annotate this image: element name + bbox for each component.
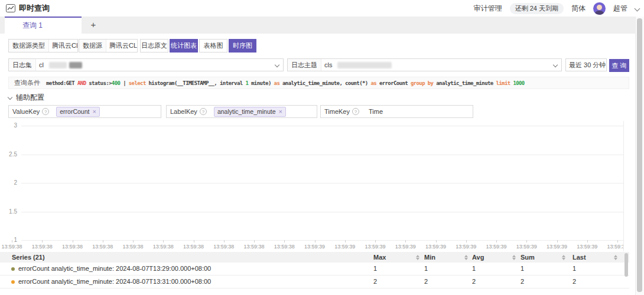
close-icon[interactable]: × [279,109,282,115]
timekey-field[interactable]: TimeKey ? Time [320,105,473,118]
query-token: minute) [248,80,274,86]
log-topic-select[interactable]: 日志主题 cls [287,58,562,71]
aux-config-toggle[interactable]: 辅助配置 [8,93,44,102]
valuekey-field[interactable]: ValueKey ? errorCount × [8,105,161,118]
table-column-header-min[interactable]: Min [424,252,470,263]
timeseries-button[interactable]: 时序图 [229,39,256,53]
x-axis-tick [436,240,437,242]
x-axis-tick [375,240,376,242]
chart-gridline [21,126,624,126]
query-condition-bar: 查询条件 method:GET AND status:>400 | select… [8,77,629,89]
time-range-select[interactable]: 最近 30 分钟 [565,58,607,71]
query-token: AND [77,80,86,86]
aux-config-title: 辅助配置 [16,93,44,103]
trial-expiry-badge: 还剩 24 天到期 [510,3,564,14]
x-axis-tick [224,240,225,242]
sort-asc-caret [416,255,419,257]
table-column-header-avg[interactable]: Avg [472,252,518,263]
table-column-header-max[interactable]: Max [373,252,422,263]
x-axis-tick [587,240,588,242]
chart-right-border [623,121,624,251]
raw-log-button[interactable]: 日志原文 [140,39,168,53]
logset-label: 日志集 [9,59,36,71]
help-icon[interactable]: ? [200,108,207,115]
x-axis-tick [194,240,194,242]
x-axis-tick-label: 13:59:38 [92,244,113,250]
chevron-down-icon[interactable] [635,5,640,11]
datasource-type-select[interactable]: 数据源类型 腾讯云CLS [8,39,78,53]
y-axis-tick-label: 2 [0,179,17,186]
column-label: Sum [521,254,535,261]
cell-value: 1 [573,263,576,275]
table-view-button[interactable]: 表格图 [199,39,227,53]
header-right: 审计管理 还剩 24 天到期 简体 超管 [474,2,639,15]
table-column-header-last[interactable]: Last [573,252,620,263]
table-row[interactable]: errorCount analytic_time_minute: 2024-08… [0,276,629,289]
series-name: errorCount analytic_time_minute: 2024-08… [18,263,211,275]
sort-asc-caret [562,255,565,257]
timeseries-chart[interactable]: 32.521.5113:59:3813:59:3813:59:3813:59:3… [0,121,624,251]
close-icon[interactable]: × [92,109,96,115]
labelkey-label-text: LabelKey [170,108,197,115]
y-axis-tick-label: 1 [0,237,17,243]
sort-asc-caret [614,255,617,257]
x-axis-tick-label: 13:59:38 [183,244,204,250]
page-scrollbar-thumb[interactable] [637,18,642,292]
series-color-dot [11,280,15,284]
x-axis-tick [103,240,103,242]
query-condition-code[interactable]: method:GET AND status:>400 | select hist… [46,80,629,86]
add-tab-button[interactable]: + [84,17,103,34]
query-token: 400 [112,80,120,86]
sort-desc-caret [562,258,565,260]
datasource-type-label: 数据源类型 [9,40,49,52]
labelkey-field[interactable]: LabelKey ? analytic_time_minute × [166,105,317,118]
query-token: errorCount [376,80,411,86]
user-avatar[interactable] [593,2,606,15]
help-icon[interactable]: ? [352,108,359,115]
table-scrollbar-thumb[interactable] [625,253,628,277]
cell-value: 2 [521,276,524,288]
sort-icon[interactable] [562,255,565,260]
sort-icon[interactable] [512,255,516,260]
series-table-header: Series (21) MaxMinAvgSumLast [0,252,629,263]
sort-desc-caret [416,258,419,260]
query-token: select [129,80,146,86]
table-row[interactable]: errorCount analytic_time_minute: 2024-08… [0,263,629,276]
language-switcher[interactable]: 简体 [571,4,586,14]
audit-management-link[interactable]: 审计管理 [474,4,502,14]
series-name: errorCount analytic_time_minute: 2024-08… [18,276,211,288]
sort-icon[interactable] [416,255,419,260]
tab-query-1[interactable]: 查询 1 [5,17,82,34]
query-token: as [370,80,376,86]
x-axis-tick [73,240,73,242]
help-icon[interactable]: ? [42,108,49,115]
sort-icon[interactable] [614,255,617,260]
stat-chart-button[interactable]: 统计图表 [170,39,198,53]
logset-select[interactable]: 日志集 cl [8,58,284,71]
table-column-header-sum[interactable]: Sum [521,252,568,263]
cell-value: 1 [521,263,524,275]
x-axis-tick [12,240,12,242]
x-axis-tick [405,240,406,242]
x-axis-tick-label: 13:59:39 [577,244,597,250]
query-button[interactable]: 查 询 [609,59,629,72]
labelkey-label: LabelKey ? [167,106,210,117]
x-axis-tick-label: 13:59:38 [243,244,264,250]
username[interactable]: 超管 [613,4,627,14]
sort-icon[interactable] [464,255,468,260]
cell-value: 2 [573,276,576,288]
datasource-select[interactable]: 数据源 腾讯云CLS [79,39,138,53]
labelkey-tag-text: analytic_time_minute [217,108,276,115]
x-axis-tick [254,240,255,242]
column-label: Avg [472,254,484,261]
query-token: method:GET [46,80,77,86]
logset-value: cl [36,61,47,68]
chart-gridline [21,183,624,183]
y-axis-tick-label: 1.5 [0,208,17,215]
timekey-value: Time [363,108,386,115]
sort-desc-caret [464,258,468,260]
query-token: analytic_time_minute, count(*) [279,80,370,86]
datasource-type-value: 腾讯云CLS [49,41,78,50]
query-token: histogram(__TIMESTAMP__, interval [146,80,246,86]
datasource-label: 数据源 [79,40,106,52]
